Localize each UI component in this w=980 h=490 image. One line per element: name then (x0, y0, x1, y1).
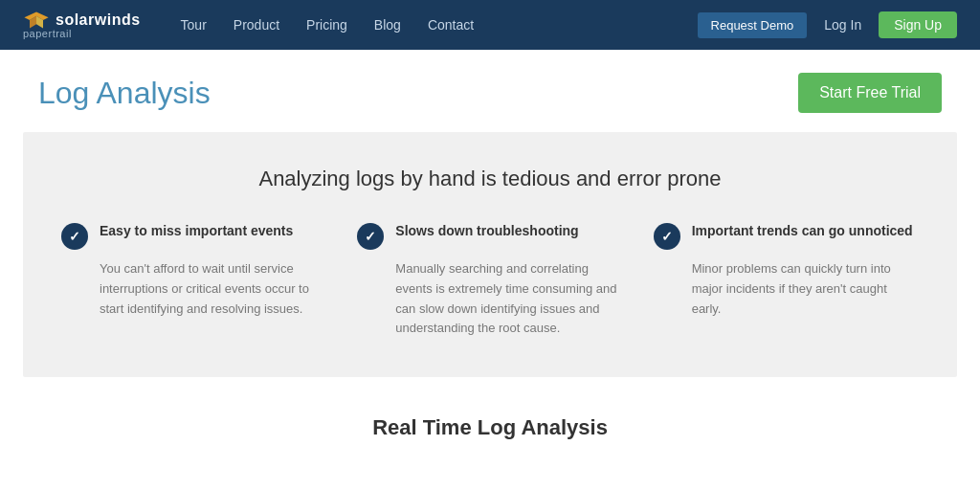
page-title: Log Analysis (38, 76, 211, 111)
nav-pricing[interactable]: Pricing (297, 11, 357, 38)
login-button[interactable]: Log In (814, 11, 871, 38)
pain-points-section: Analyzing logs by hand is tedious and er… (23, 132, 957, 377)
bottom-title: Real Time Log Analysis (38, 415, 942, 440)
brand-sub-text: papertrail (23, 28, 141, 39)
solarwinds-logo-icon (23, 11, 50, 30)
nav-right-actions: Request Demo Log In Sign Up (698, 11, 957, 38)
request-demo-button[interactable]: Request Demo (698, 12, 808, 38)
feature-desc-2: Manually searching and correlating event… (357, 259, 622, 339)
brand-name-text: solarwinds (56, 11, 141, 29)
brand-logo: solarwinds papertrail (23, 11, 141, 39)
feature-title-3: Important trends can go unnoticed (692, 222, 913, 241)
check-icon-2 (357, 223, 384, 250)
feature-title-1: Easy to miss important events (100, 222, 293, 241)
nav-blog[interactable]: Blog (365, 11, 411, 38)
check-icon-3 (654, 223, 680, 250)
navbar: solarwinds papertrail Tour Product Prici… (0, 0, 980, 50)
nav-tour[interactable]: Tour (171, 11, 216, 38)
feature-item-2: Slows down troubleshooting Manually sear… (357, 222, 622, 339)
features-grid: Easy to miss important events You can't … (61, 222, 919, 339)
feature-item-3: Important trends can go unnoticed Minor … (654, 222, 919, 339)
feature-header-3: Important trends can go unnoticed (654, 222, 919, 250)
nav-contact[interactable]: Contact (418, 11, 483, 38)
nav-product[interactable]: Product (224, 11, 289, 38)
nav-links: Tour Product Pricing Blog Contact (171, 11, 698, 38)
bottom-section: Real Time Log Analysis (0, 377, 980, 459)
signup-button[interactable]: Sign Up (879, 11, 957, 38)
feature-desc-3: Minor problems can quickly turn into maj… (654, 259, 919, 319)
feature-item-1: Easy to miss important events You can't … (61, 222, 326, 339)
feature-title-2: Slows down troubleshooting (395, 222, 578, 241)
feature-header-1: Easy to miss important events (61, 222, 326, 250)
feature-desc-1: You can't afford to wait until service i… (61, 259, 326, 319)
check-icon-1 (61, 223, 88, 250)
feature-header-2: Slows down troubleshooting (357, 222, 622, 250)
page-header: Log Analysis Start Free Trial (0, 50, 980, 132)
start-free-trial-button[interactable]: Start Free Trial (798, 73, 942, 113)
pain-points-headline: Analyzing logs by hand is tedious and er… (61, 167, 919, 191)
